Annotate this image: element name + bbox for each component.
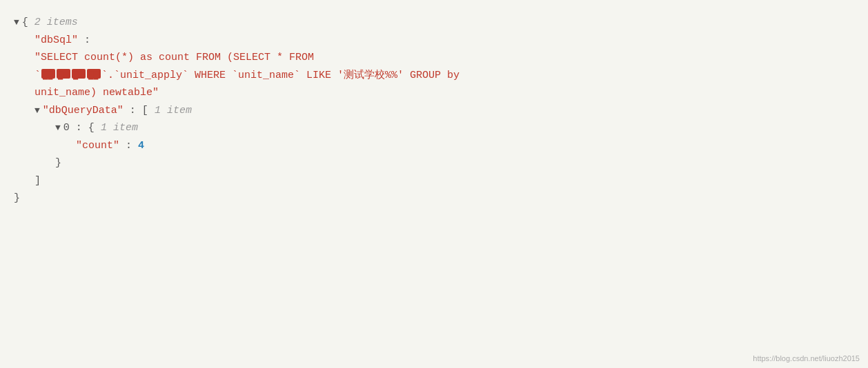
dbquerydata-close-line: ] (14, 172, 854, 190)
dbquerydata-key: "dbQueryData" (43, 102, 124, 120)
root-brace-close: } (14, 190, 20, 207)
redacted-4: ██ (87, 69, 101, 79)
item0-space (95, 119, 101, 137)
item0-comment: 1 item (101, 119, 138, 137)
root-toggle[interactable]: ▼ (14, 15, 19, 30)
item0-colon: : (70, 119, 88, 137)
item0-brace-close: } (55, 154, 61, 172)
dbquerydata-comment: 1 item (155, 102, 192, 120)
watermark: https://blog.csdn.net/liuozh2015 (753, 354, 860, 362)
dbsql-value-line1: "SELECT count(*) as count FROM (SELECT *… (14, 49, 854, 67)
count-value: 4 (138, 137, 144, 155)
dbquerydata-bracket-open: [ (142, 102, 148, 120)
item0-toggle[interactable]: ▼ (55, 121, 61, 136)
root-close-line: } (14, 190, 854, 207)
redacted-1: ██ (41, 69, 55, 79)
json-viewer: ▼ { 2 items "dbSql" : "SELECT count(*) a… (14, 7, 854, 214)
root-comment: 2 items (34, 14, 78, 32)
dbsql-key: "dbSql" (34, 32, 78, 50)
dbsql-colon: : (78, 32, 90, 50)
dbquerydata-space (148, 102, 155, 120)
item0-index: 0 (63, 119, 70, 137)
dbsql-string-2: .`unit_apply` WHERE `unit_name` LIKE '测试… (108, 67, 460, 85)
item0-line: ▼ 0 : { 1 item (14, 119, 854, 137)
backtick-close: ` (101, 67, 108, 85)
redacted-2: █ (57, 69, 70, 79)
dbsql-key-line: "dbSql" : (14, 32, 854, 50)
root-line: ▼ { 2 items (14, 14, 854, 32)
dbsql-value-line3: unit_name) newtable" (14, 84, 854, 102)
backtick-open: ` (34, 67, 41, 85)
item0-brace-open: { (88, 119, 95, 137)
dbquerydata-colon: : (124, 102, 142, 120)
dbsql-value-line2: `██████`.`unit_apply` WHERE `unit_name` … (14, 67, 854, 85)
dbquerydata-bracket-close: ] (34, 172, 41, 190)
dbquerydata-toggle[interactable]: ▼ (34, 103, 40, 119)
count-key: "count" (76, 137, 119, 155)
dbsql-string-3: unit_name) newtable" (34, 84, 159, 102)
dbquerydata-key-line: ▼ "dbQueryData" : [ 1 item (14, 102, 854, 120)
dbsql-string-1: "SELECT count(*) as count FROM (SELECT *… (34, 49, 314, 67)
root-brace-open: { (22, 14, 34, 32)
redacted-3: █ (72, 69, 86, 79)
count-colon: : (119, 137, 138, 155)
count-line: "count" : 4 (14, 137, 854, 155)
item0-close-line: } (14, 154, 854, 172)
